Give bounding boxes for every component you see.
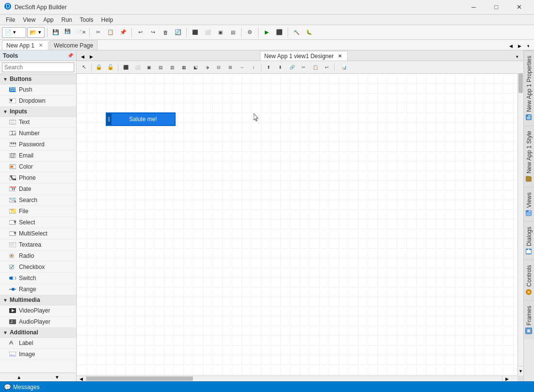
expand-btn[interactable]: ⊞	[225, 63, 236, 72]
send-back-btn[interactable]: ⬇	[275, 63, 286, 72]
align-bottom-btn[interactable]: ▤	[227, 27, 239, 38]
new-dropdown[interactable]: 📄 ▾	[2, 27, 26, 38]
menu-tools[interactable]: Tools	[76, 16, 97, 24]
menu-run[interactable]: Run	[58, 16, 76, 24]
align-ml-btn[interactable]: ▤	[155, 63, 166, 72]
tool-phone[interactable]: 📞 Phone	[0, 172, 76, 184]
save-all-btn[interactable]: 💾 +	[63, 27, 74, 38]
menu-view[interactable]: View	[19, 16, 39, 24]
shrink-btn[interactable]: ⊟	[213, 63, 224, 72]
build-btn[interactable]: 🔨	[291, 27, 302, 38]
tool-text[interactable]: Text	[0, 117, 76, 128]
bring-front-btn[interactable]: ⬆	[263, 63, 274, 72]
cut2-btn[interactable]: ✂	[298, 63, 309, 72]
number-display-btn[interactable]: 📊	[337, 63, 351, 72]
pointer-btn[interactable]: ↖	[79, 63, 89, 72]
undo-btn[interactable]: ↩	[134, 27, 146, 38]
tab-new-app-1-close[interactable]: ✕	[37, 42, 44, 49]
right-tab-properties[interactable]: New App 1 Properties	[524, 50, 534, 125]
canvas-salute-button[interactable]: Salute me!	[106, 112, 176, 126]
tool-file[interactable]: 📁 File	[0, 206, 76, 217]
tab-welcome-page[interactable]: Welcome Page	[49, 40, 97, 50]
tool-multiselect[interactable]: ▾▾ MultiSelect	[0, 228, 76, 239]
cut-btn[interactable]: ✂	[92, 27, 104, 38]
same-height-btn[interactable]: ↕	[248, 63, 259, 72]
designer-tab-list[interactable]: ▾	[514, 53, 521, 61]
tool-radio[interactable]: Radio	[0, 251, 76, 262]
tool-checkbox[interactable]: ✓ Checkbox	[0, 262, 76, 273]
tool-select[interactable]: ▾ Select	[0, 217, 76, 228]
align-tr-btn[interactable]: ▣	[144, 63, 154, 72]
align-tc-btn[interactable]: ⬜	[132, 63, 143, 72]
tools-scroll-down[interactable]: ▼	[55, 375, 60, 380]
tools-search-input[interactable]	[2, 63, 74, 72]
menu-app[interactable]: App	[39, 16, 57, 24]
align-mr-btn[interactable]: ▦	[178, 63, 189, 72]
vscroll-thumb[interactable]	[518, 74, 523, 93]
paste-btn[interactable]: 📌	[117, 27, 129, 38]
align-right-btn[interactable]: ⬜	[202, 27, 213, 38]
designer-tab-scroll-right[interactable]: ▶	[87, 53, 95, 61]
right-tab-controls[interactable]: Controls	[524, 260, 534, 300]
category-additional[interactable]: ▼ Additional	[0, 328, 76, 338]
close-file-btn[interactable]: 📄✕	[75, 27, 87, 38]
tab-list-btn[interactable]: ▾	[524, 42, 532, 50]
tool-push[interactable]: btn Push	[0, 84, 76, 95]
tool-image[interactable]: Image	[0, 349, 76, 360]
tool-password[interactable]: ••• Password	[0, 139, 76, 150]
canvas-hscrollbar[interactable]: ◀ ▶	[77, 376, 518, 381]
debug-btn[interactable]: 🐛	[303, 27, 315, 38]
category-inputs[interactable]: ▼ Inputs	[0, 107, 76, 117]
tool-date[interactable]: 📅 Date	[0, 184, 76, 195]
designer-canvas[interactable]: Salute me!	[77, 74, 518, 376]
save-btn[interactable]: 💾	[50, 27, 62, 38]
tab-new-app-1[interactable]: New App 1 ✕	[2, 40, 49, 50]
same-width-btn[interactable]: ↔	[237, 63, 247, 72]
copy-btn[interactable]: 📋	[105, 27, 116, 38]
tool-switch[interactable]: Switch	[0, 273, 76, 284]
open-dropdown[interactable]: 📂 ▾	[27, 27, 45, 38]
snap-btn[interactable]: 🔗	[287, 63, 297, 72]
button-drag-handle[interactable]	[107, 113, 112, 125]
settings-btn[interactable]: ⚙	[244, 27, 256, 38]
restore-btn[interactable]: □	[485, 0, 507, 15]
menu-help[interactable]: Help	[97, 16, 117, 24]
tool-audioplayer[interactable]: ♪ AudioPlayer	[0, 316, 76, 328]
align-top-btn[interactable]: ▣	[214, 27, 226, 38]
undo2-btn[interactable]: ↩	[322, 63, 332, 72]
minimize-btn[interactable]: ─	[463, 0, 485, 15]
stop-btn[interactable]: ⬛	[274, 27, 285, 38]
close-btn[interactable]: ✕	[508, 0, 530, 15]
canvas-vscrollbar[interactable]: ▲ ▼	[518, 74, 523, 376]
right-tab-frames[interactable]: Frames	[524, 300, 534, 339]
tool-color[interactable]: Color	[0, 161, 76, 172]
tool-email[interactable]: @ Email	[0, 150, 76, 161]
tab-scroll-right[interactable]: ▶	[516, 42, 523, 50]
tools-pin[interactable]: 📌	[67, 53, 73, 58]
category-multimedia[interactable]: ▼ Multimedia	[0, 295, 76, 305]
redo-btn[interactable]: ↪	[147, 27, 159, 38]
right-tab-style[interactable]: # New App 1 Style	[524, 125, 534, 187]
tab-scroll-left[interactable]: ◀	[507, 42, 515, 50]
copy2-btn[interactable]: 📋	[310, 63, 321, 72]
tool-dropdown[interactable]: ▾ Dropdown	[0, 95, 76, 107]
hscroll-thumb[interactable]	[86, 376, 193, 381]
lock-btn[interactable]: 🔒	[94, 63, 104, 72]
right-tab-dialogs[interactable]: Dialogs	[524, 221, 534, 260]
right-tab-views[interactable]: Views	[524, 187, 534, 221]
align-hc-btn[interactable]: ⬗	[202, 63, 212, 72]
tool-range[interactable]: Range	[0, 284, 76, 295]
play-btn[interactable]: ▶	[261, 27, 273, 38]
hscroll-right-btn[interactable]: ▶	[502, 376, 512, 381]
hscroll-left-btn[interactable]: ◀	[77, 376, 86, 381]
align-tl-btn[interactable]: ⬛	[120, 63, 131, 72]
refresh-btn[interactable]: 🔄	[172, 27, 184, 38]
tools-scroll-up[interactable]: ▲	[16, 375, 21, 380]
tool-search[interactable]: 🔍 Search	[0, 195, 76, 206]
align-mc-btn[interactable]: ▥	[167, 63, 178, 72]
delete-btn[interactable]: 🗑	[160, 27, 171, 38]
designer-tab-close[interactable]: ✕	[337, 53, 343, 60]
tool-number[interactable]: 123 Number	[0, 128, 76, 139]
vscroll-down-btn[interactable]: ▼	[518, 366, 523, 376]
tool-videoplayer[interactable]: VideoPlayer	[0, 305, 76, 316]
